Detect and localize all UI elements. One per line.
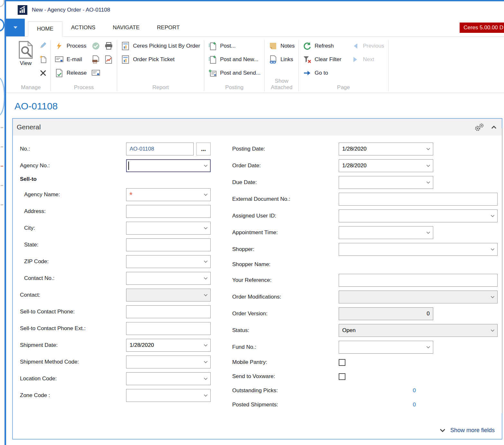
report-icon — [121, 42, 130, 50]
zone-code-combo[interactable] — [126, 389, 211, 402]
combo-chevron-icon[interactable] — [490, 215, 495, 217]
shipment-date-combo[interactable] — [126, 339, 211, 352]
notes-button[interactable]: Notes — [269, 41, 295, 51]
tab-home[interactable]: HOME — [28, 21, 62, 37]
background-fragment — [0, 19, 5, 32]
combo-chevron-icon[interactable] — [490, 248, 495, 251]
tab-navigate[interactable]: NAVIGATE — [104, 19, 148, 36]
sellto-phone-input[interactable] — [126, 305, 211, 318]
email-small-icon[interactable] — [92, 70, 100, 76]
agency-no-input[interactable] — [126, 159, 211, 172]
tab-report[interactable]: REPORT — [148, 19, 188, 36]
location-code-input[interactable] — [126, 372, 211, 385]
combo-chevron-icon[interactable] — [426, 346, 430, 348]
order-date-combo[interactable] — [339, 159, 433, 172]
outstanding-picks-value[interactable]: 0 — [339, 387, 416, 394]
combo-chevron-icon[interactable] — [204, 227, 208, 229]
combo-chevron-icon[interactable] — [204, 394, 208, 397]
zip-code-input[interactable] — [126, 255, 211, 268]
appointment-time-combo[interactable] — [339, 226, 433, 239]
collapse-chevron-icon[interactable] — [491, 125, 497, 129]
combo-chevron-icon[interactable] — [204, 260, 208, 263]
no-input[interactable] — [126, 143, 194, 155]
new-document-icon[interactable] — [40, 55, 47, 63]
combo-chevron-icon[interactable] — [204, 361, 208, 363]
post-and-send-button[interactable]: Post and Send... — [208, 68, 261, 79]
statistics-chart-icon[interactable] — [105, 55, 112, 64]
assigned-user-id-input[interactable] — [339, 209, 498, 222]
approve-check-icon[interactable] — [92, 42, 100, 50]
refresh-button[interactable]: Refresh — [303, 41, 341, 51]
general-fasttab-header[interactable]: General — [13, 119, 502, 135]
shipment-method-input[interactable] — [126, 356, 211, 368]
posting-date-input[interactable] — [339, 143, 433, 155]
combo-chevron-icon[interactable] — [426, 148, 430, 150]
combo-chevron-icon[interactable] — [426, 164, 430, 167]
show-more-fields[interactable]: Show more fields — [440, 427, 495, 434]
combo-chevron-icon[interactable] — [204, 277, 208, 280]
clear-filter-button[interactable]: Clear Filter — [303, 54, 341, 65]
order-version-input — [339, 307, 433, 320]
external-doc-no-input[interactable] — [339, 193, 498, 206]
previous-button[interactable]: Previous — [351, 41, 384, 51]
print-preview-icon[interactable] — [92, 55, 100, 64]
combo-chevron-icon[interactable] — [426, 231, 430, 234]
appointment-time-input[interactable] — [339, 226, 433, 239]
city-input[interactable] — [126, 222, 211, 235]
location-code-combo[interactable] — [126, 372, 211, 385]
ceres-picking-list-button[interactable]: Ceres Picking List By Order — [121, 41, 200, 51]
combo-chevron-icon[interactable] — [204, 193, 208, 196]
agency-no-combo[interactable] — [126, 159, 211, 172]
your-reference-input[interactable] — [339, 274, 498, 287]
tab-actions[interactable]: ACTIONS — [62, 19, 104, 36]
view-button[interactable]: View — [15, 41, 36, 77]
post-and-new-button[interactable]: Post and New... — [208, 54, 261, 65]
posted-shipments-value[interactable]: 0 — [339, 402, 416, 408]
agency-name-input[interactable] — [126, 188, 211, 201]
state-input[interactable] — [126, 238, 211, 251]
address-input[interactable] — [126, 205, 211, 218]
process-button[interactable]: Process — [55, 41, 87, 51]
posting-date-combo[interactable] — [339, 143, 433, 155]
shopper-combo[interactable] — [339, 243, 498, 256]
go-to-button[interactable]: Go to — [303, 68, 341, 79]
fund-no-input[interactable] — [339, 341, 433, 354]
delete-x-icon[interactable] — [40, 70, 47, 77]
email-button[interactable]: E-mail — [55, 54, 87, 65]
fund-no-combo[interactable] — [339, 341, 433, 354]
application-menu-button[interactable] — [6, 19, 25, 36]
general-caption: General — [17, 123, 41, 131]
combo-chevron-icon[interactable] — [204, 164, 208, 167]
shipment-date-input[interactable] — [126, 339, 211, 352]
shopper-input[interactable] — [339, 243, 498, 256]
send-to-voxware-checkbox[interactable] — [339, 373, 345, 380]
order-date-input[interactable] — [339, 159, 433, 172]
combo-chevron-icon[interactable] — [204, 377, 208, 380]
mobile-pantry-checkbox[interactable] — [339, 359, 345, 366]
post-button[interactable]: Post... — [208, 41, 261, 51]
contact-no-combo[interactable] — [126, 272, 211, 285]
order-pick-ticket-button[interactable]: Order Pick Ticket — [121, 54, 200, 65]
agency-name-combo[interactable]: * — [126, 188, 211, 201]
scrollbar[interactable] — [502, 128, 503, 413]
print-icon[interactable] — [105, 42, 113, 50]
due-date-combo[interactable] — [339, 176, 433, 189]
city-combo[interactable] — [126, 222, 211, 235]
background-fragment — [1, 166, 3, 167]
combo-chevron-icon[interactable] — [426, 181, 430, 184]
assigned-user-id-combo[interactable] — [339, 209, 498, 222]
edit-pencil-icon[interactable] — [40, 42, 47, 49]
assist-ellipsis-button[interactable]: ... — [196, 143, 211, 155]
contact-no-input[interactable] — [126, 272, 211, 285]
next-button[interactable]: Next — [351, 54, 384, 65]
due-date-input[interactable] — [339, 176, 433, 189]
sellto-phone-ext-input[interactable] — [126, 322, 211, 335]
links-button[interactable]: Links — [269, 54, 295, 65]
shipment-method-combo[interactable] — [126, 356, 211, 368]
zone-code-label: Zone Code : — [20, 392, 126, 399]
zone-code-input[interactable] — [126, 389, 211, 402]
zip-code-combo[interactable] — [126, 255, 211, 268]
combo-chevron-icon[interactable] — [204, 344, 208, 347]
release-button[interactable]: Release — [55, 68, 87, 79]
customize-gears-icon[interactable] — [474, 123, 485, 132]
